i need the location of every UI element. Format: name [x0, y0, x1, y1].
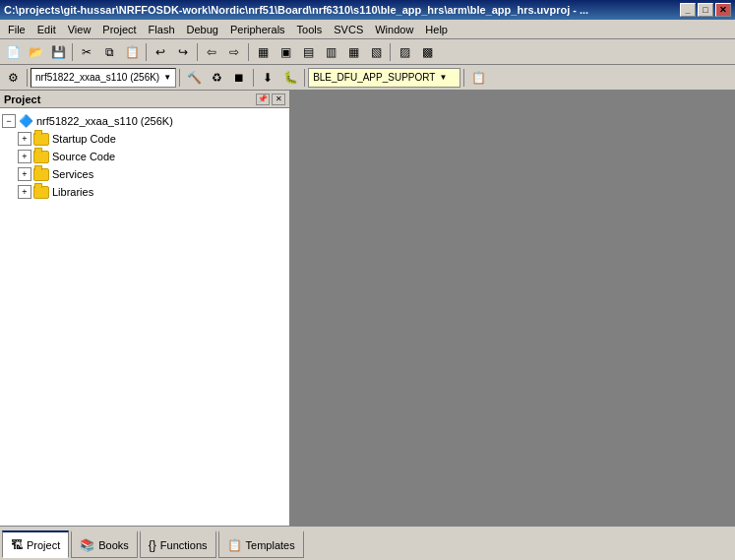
- tab-templates[interactable]: 📋 Templates: [218, 530, 304, 558]
- menu-window[interactable]: Window: [369, 22, 419, 37]
- toolbar2-sep-2: [179, 69, 180, 87]
- toolbar-sep-5: [390, 43, 391, 61]
- download-button[interactable]: ⬇: [257, 67, 278, 89]
- toolbar-sep-1: [72, 43, 73, 61]
- source-expander[interactable]: +: [18, 150, 31, 163]
- tb-btn-9[interactable]: ▨: [394, 41, 415, 63]
- toolbar2-sep-3: [253, 69, 254, 87]
- undo-button[interactable]: ↩: [150, 41, 171, 63]
- toolbar-sep-4: [248, 43, 249, 61]
- source-label: Source Code: [52, 151, 115, 162]
- build-target-button[interactable]: 🔨: [183, 67, 205, 89]
- root-expander[interactable]: −: [2, 114, 16, 128]
- root-label: nrf51822_xxaa_s110 (256K): [36, 115, 173, 127]
- tb-btn-8[interactable]: ▧: [365, 41, 387, 63]
- toolbar-sep-2: [146, 43, 147, 61]
- target-dropdown[interactable]: nrf51822_xxaa_s110 (256K) ▼: [31, 68, 176, 88]
- services-folder-icon: [33, 168, 49, 181]
- menu-svcs[interactable]: SVCS: [328, 22, 369, 37]
- minimize-button[interactable]: _: [680, 3, 696, 17]
- tab-templates-label: Templates: [246, 539, 295, 551]
- tb-btn-5[interactable]: ▤: [297, 41, 319, 63]
- tab-project-label: Project: [27, 539, 60, 551]
- ble-dropdown-text: BLE_DFU_APP_SUPPORT: [313, 72, 435, 83]
- project-panel: Project 📌 ✕ − 🔷 nrf51822_xxaa_s110 (256K…: [0, 91, 290, 526]
- menu-edit[interactable]: Edit: [31, 22, 62, 37]
- functions-tab-icon: {}: [149, 538, 156, 552]
- maximize-button[interactable]: □: [698, 3, 713, 17]
- tab-functions-label: Functions: [160, 539, 208, 551]
- panel-title: Project: [4, 93, 40, 105]
- debug-start-button[interactable]: 🐛: [279, 67, 301, 89]
- copy-button[interactable]: ⧉: [98, 41, 120, 63]
- tree-item-startup[interactable]: + Startup Code: [2, 130, 287, 148]
- services-expander[interactable]: +: [18, 167, 31, 181]
- menu-help[interactable]: Help: [419, 22, 454, 37]
- tb-btn-2[interactable]: ⇨: [223, 41, 245, 63]
- tb-btn-4[interactable]: ▣: [275, 41, 296, 63]
- ble-support-dropdown[interactable]: BLE_DFU_APP_SUPPORT ▼: [308, 68, 460, 88]
- menu-peripherals[interactable]: Peripherals: [224, 22, 291, 37]
- project-tab-icon: 🏗: [11, 538, 23, 552]
- new-file-button[interactable]: 📄: [2, 41, 24, 63]
- startup-label: Startup Code: [52, 133, 116, 145]
- paste-button[interactable]: 📋: [121, 41, 143, 63]
- toolbar2-sep-1: [27, 69, 28, 87]
- tb-btn-1[interactable]: ⇦: [201, 41, 222, 63]
- tree-item-services[interactable]: + Services: [2, 165, 287, 183]
- toolbar2-sep-4: [304, 69, 305, 87]
- panel-close-button[interactable]: ✕: [272, 93, 285, 105]
- menu-project[interactable]: Project: [96, 22, 142, 37]
- panel-pin-button[interactable]: 📌: [256, 93, 270, 105]
- redo-button[interactable]: ↪: [172, 41, 194, 63]
- save-button[interactable]: 💾: [47, 41, 69, 63]
- panel-buttons: 📌 ✕: [256, 93, 285, 105]
- libraries-folder-icon: [33, 186, 49, 199]
- startup-expander[interactable]: +: [18, 132, 31, 146]
- tab-books[interactable]: 📚 Books: [71, 530, 138, 558]
- cut-button[interactable]: ✂: [76, 41, 97, 63]
- title-text: C:\projects\git-hussar\NRFFOSDK-work\Nor…: [4, 4, 680, 16]
- panel-header: Project 📌 ✕: [0, 91, 289, 108]
- bottom-tabs: 🏗 Project 📚 Books {} Functions 📋 Templat…: [0, 526, 735, 560]
- menu-file[interactable]: File: [2, 22, 31, 37]
- rebuild-button[interactable]: ♻: [206, 67, 227, 89]
- open-button[interactable]: 📂: [25, 41, 46, 63]
- services-label: Services: [52, 168, 93, 180]
- tree-view: − 🔷 nrf51822_xxaa_s110 (256K) + Startup …: [0, 108, 289, 526]
- target-dropdown-arrow: ▼: [163, 73, 171, 82]
- tree-item-libraries[interactable]: + Libraries: [2, 183, 287, 201]
- settings-button[interactable]: ⚙: [2, 67, 24, 89]
- menu-view[interactable]: View: [62, 22, 97, 37]
- tb-btn-3[interactable]: ▦: [252, 41, 274, 63]
- toolbar-1: 📄 📂 💾 ✂ ⧉ 📋 ↩ ↪ ⇦ ⇨ ▦ ▣ ▤ ▥ ▦ ▧ ▨ ▩: [0, 39, 735, 65]
- ble-dropdown-arrow: ▼: [439, 73, 447, 82]
- project-icon: 🔷: [18, 113, 33, 129]
- target-dropdown-text: nrf51822_xxaa_s110 (256K): [35, 72, 159, 83]
- close-button[interactable]: ✕: [715, 3, 731, 17]
- menu-tools[interactable]: Tools: [291, 22, 329, 37]
- templates-tab-icon: 📋: [227, 538, 242, 552]
- toolbar-sep-3: [197, 43, 198, 61]
- toolbar-2: ⚙ nrf51822_xxaa_s110 (256K) ▼ 🔨 ♻ ⏹ ⬇ 🐛 …: [0, 65, 735, 91]
- source-folder-icon: [33, 151, 49, 163]
- menu-debug[interactable]: Debug: [181, 22, 224, 37]
- tab-functions[interactable]: {} Functions: [140, 530, 216, 558]
- tb2-btn-extra[interactable]: 📋: [467, 67, 489, 89]
- editor-area: [290, 91, 735, 526]
- startup-folder-icon: [33, 133, 49, 146]
- libraries-expander[interactable]: +: [18, 185, 31, 199]
- menu-flash[interactable]: Flash: [143, 22, 181, 37]
- menu-bar: File Edit View Project Flash Debug Perip…: [0, 20, 735, 39]
- libraries-label: Libraries: [52, 186, 93, 198]
- tree-item-source[interactable]: + Source Code: [2, 148, 287, 165]
- tree-root[interactable]: − 🔷 nrf51822_xxaa_s110 (256K): [2, 112, 287, 130]
- tab-project[interactable]: 🏗 Project: [2, 530, 69, 558]
- books-tab-icon: 📚: [80, 538, 94, 552]
- tb-btn-10[interactable]: ▩: [416, 41, 438, 63]
- main-area: Project 📌 ✕ − 🔷 nrf51822_xxaa_s110 (256K…: [0, 91, 735, 526]
- tb-btn-6[interactable]: ▥: [320, 41, 341, 63]
- tb-btn-7[interactable]: ▦: [342, 41, 364, 63]
- tab-books-label: Books: [98, 539, 129, 551]
- stop-build-button[interactable]: ⏹: [228, 67, 250, 89]
